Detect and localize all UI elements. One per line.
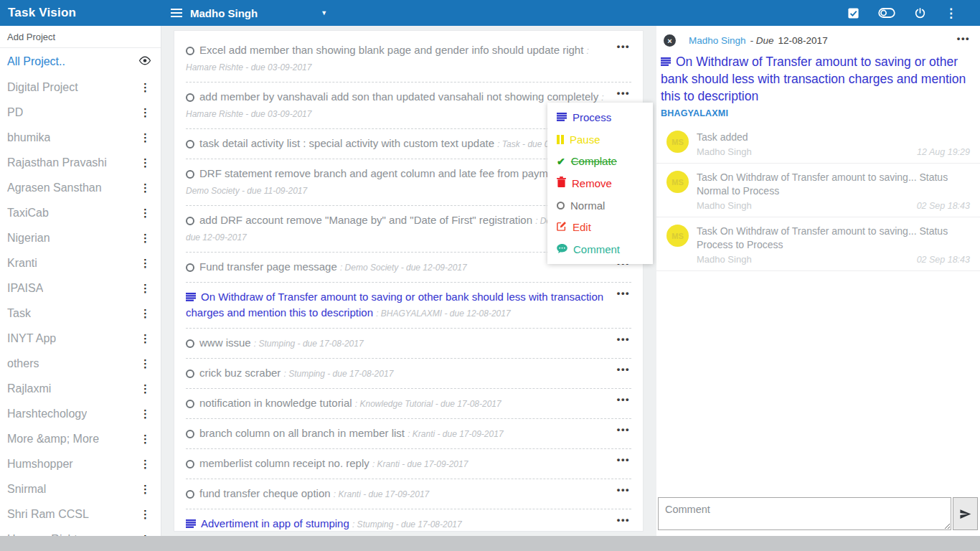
eye-icon[interactable] [138,55,151,68]
project-item[interactable]: others ⋮ [0,351,161,376]
hamburger-menu-icon[interactable] [171,9,182,17]
project-kebab-icon[interactable]: ⋮ [140,484,151,494]
project-item[interactable]: Kranti ⋮ [0,250,161,276]
task-status-circle-icon [186,93,194,102]
task-row[interactable]: memberlist column receipt no. reply : Kr… [186,449,631,479]
task-row[interactable]: crick buz scraber : Stumping - due 17-08… [186,359,631,389]
task-detail-title[interactable]: On Withdraw of Transfer amount to saving… [656,47,980,105]
avatar: MS [666,131,689,153]
header-kebab-icon[interactable]: ⋮ [945,7,957,19]
project-kebab-icon[interactable]: ⋮ [140,333,151,344]
project-kebab-icon[interactable]: ⋮ [140,82,151,93]
activity-time: 02 Sep 18:43 [917,255,970,265]
project-kebab-icon[interactable]: ⋮ [140,207,151,218]
task-row[interactable]: Advertiment in app of stumping : Stumpin… [186,509,631,540]
project-item[interactable]: Agrasen Sansthan ⋮ [0,175,161,200]
menu-item-edit[interactable]: Edit [547,217,653,238]
project-kebab-icon[interactable]: ⋮ [140,458,151,469]
task-kebab-icon[interactable]: ••• [617,484,630,495]
project-item[interactable]: Nigerian ⋮ [0,225,161,250]
project-item[interactable]: Shri Ram CCSL ⋮ [0,501,161,527]
task-status-circle-icon [186,369,194,378]
project-item[interactable]: Rajlaxmi ⋮ [0,376,161,401]
project-item[interactable]: TaxiCab ⋮ [0,200,161,225]
task-kebab-icon[interactable]: ••• [617,394,630,405]
project-item[interactable]: INYT App ⋮ [0,326,161,351]
project-kebab-icon[interactable]: ⋮ [140,232,151,243]
project-list: Digital Project ⋮ PD ⋮ bhumika ⋮ Rajasth… [0,75,161,551]
project-kebab-icon[interactable]: ⋮ [140,107,151,118]
check-square-icon[interactable] [847,7,859,19]
app-screen: Task Vision Madho Singh ▼ ⋮ Add Project … [0,0,980,551]
project-kebab-icon[interactable]: ⋮ [140,358,151,369]
menu-item-remove[interactable]: Remove [547,172,653,194]
project-item[interactable]: Digital Project ⋮ [0,75,161,100]
project-item[interactable]: Task ⋮ [0,301,161,326]
send-button[interactable] [953,497,978,530]
user-menu-dropdown[interactable]: Madho Singh ▼ [171,0,327,26]
power-icon[interactable] [914,7,926,19]
menu-item-normal[interactable]: Normal [547,194,653,216]
project-kebab-icon[interactable]: ⋮ [140,258,151,268]
task-row[interactable]: notification in knowledge tutorial : Kno… [186,389,631,419]
task-row[interactable]: www issue : Stumping - due 17-08-2017 ••… [186,329,631,359]
menu-item-comment[interactable]: Comment [547,239,653,260]
task-row[interactable]: branch column on all branch in member li… [186,419,631,449]
project-kebab-icon[interactable]: ⋮ [140,182,151,193]
menu-item-pause[interactable]: Pause [547,128,653,150]
task-status-circle-icon [186,400,194,408]
sidebar-item-all-projects[interactable]: All Project.. [0,48,161,75]
task-status-circle-icon [186,263,194,272]
project-kebab-icon[interactable]: ⋮ [140,308,151,319]
project-item[interactable]: IPAISA ⋮ [0,276,161,301]
task-kebab-icon[interactable]: ••• [617,454,630,465]
comment-input[interactable] [658,497,951,530]
project-label: Nigerian [7,232,50,245]
project-kebab-icon[interactable]: ⋮ [140,283,151,293]
horizontal-scrollbar[interactable] [0,536,980,551]
project-item[interactable]: PD ⋮ [0,100,161,125]
project-kebab-icon[interactable]: ⋮ [140,132,151,143]
task-kebab-icon[interactable]: ••• [617,364,630,375]
task-row[interactable]: fund transfer cheque option : Kranti - d… [186,479,631,509]
project-kebab-icon[interactable]: ⋮ [140,509,151,519]
close-icon[interactable]: × [664,34,676,47]
project-label: TaxiCab [7,207,49,220]
task-kebab-icon[interactable]: ••• [617,424,630,435]
project-kebab-icon[interactable]: ⋮ [140,433,151,444]
toggle-icon[interactable] [878,7,895,19]
project-item[interactable]: Rajasthan Pravashi ⋮ [0,150,161,175]
project-kebab-icon[interactable]: ⋮ [140,383,151,394]
task-kebab-icon[interactable]: ••• [617,88,630,98]
send-icon [959,508,971,520]
project-kebab-icon[interactable]: ⋮ [140,157,151,168]
project-item[interactable]: More &amp; More ⋮ [0,426,161,451]
avatar: MS [666,225,689,247]
task-kebab-icon[interactable]: ••• [617,514,630,525]
menu-item-process[interactable]: Process [547,106,653,128]
project-item[interactable]: Humshopper ⋮ [0,451,161,476]
detail-project-label: BHAGYALAXMI [656,105,980,120]
task-row[interactable]: On Withdraw of Transfer amount to saving… [186,283,631,329]
project-item[interactable]: Snirmal ⋮ [0,476,161,501]
project-item[interactable]: Harshtechology ⋮ [0,401,161,426]
task-kebab-icon[interactable]: ••• [617,41,630,52]
project-sidebar: Add Project All Project.. Digital Projec… [0,26,161,551]
project-label: More &amp; More [7,433,99,446]
header-icon-group: ⋮ [847,0,957,26]
task-meta: : Demo Society - due 12-09-2017 [340,263,467,273]
check-icon: ✔ [557,156,565,167]
task-row[interactable]: Excel add member than showing blank page… [186,36,631,83]
project-label: Rajasthan Pravashi [7,156,107,169]
task-kebab-icon[interactable]: ••• [617,334,630,344]
task-status-circle-icon [186,47,194,55]
add-project-link[interactable]: Add Project [0,26,161,48]
menu-item-label: Complate [571,155,617,167]
menu-item-complate[interactable]: ✔ Complate [547,151,653,172]
task-meta: : Knowledge Tutorial - due 17-08-2017 [355,399,501,409]
task-kebab-icon[interactable]: ••• [617,288,630,298]
detail-author-link[interactable]: Madho Singh [689,35,746,46]
detail-kebab-icon[interactable]: ••• [957,33,970,44]
project-item[interactable]: bhumika ⋮ [0,125,161,150]
project-kebab-icon[interactable]: ⋮ [140,408,151,419]
